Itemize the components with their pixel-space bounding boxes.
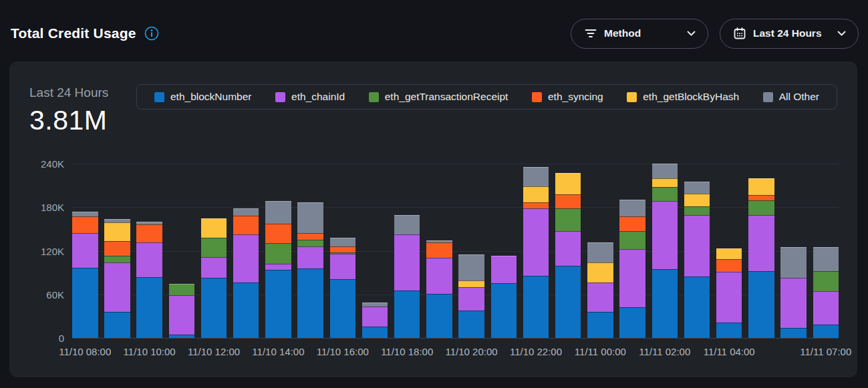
bar-11-10-21-00[interactable] bbox=[491, 164, 517, 338]
bar-11-11-01-00[interactable] bbox=[619, 164, 645, 338]
bar-11-10-17-00[interactable] bbox=[362, 164, 388, 338]
chart-legend: eth_blockNumbereth_chainIdeth_getTransac… bbox=[136, 84, 837, 110]
legend-label: eth_getTransactionReceipt bbox=[385, 91, 509, 103]
segment-eth_syncing bbox=[104, 241, 130, 256]
time-dropdown-label: Last 24 Hours bbox=[753, 27, 822, 39]
segment-eth_chainid bbox=[491, 256, 517, 283]
legend-label: All Other bbox=[779, 91, 819, 103]
segment-eth_syncing bbox=[523, 202, 549, 209]
segment-eth_syncing bbox=[297, 233, 323, 240]
segment-all-other bbox=[587, 242, 613, 262]
method-filter-dropdown[interactable]: Method bbox=[571, 19, 708, 49]
y-axis-tick-label: 180K bbox=[24, 202, 64, 213]
segment-eth_blocknumber bbox=[748, 271, 774, 338]
segment-eth_gettransactionreceipt bbox=[104, 256, 130, 262]
bar-11-10-10-00[interactable] bbox=[136, 164, 162, 338]
segment-eth_chainid bbox=[652, 201, 678, 269]
segment-eth_chainid bbox=[426, 258, 452, 293]
segment-eth_gettransactionreceipt bbox=[169, 284, 195, 295]
bar-11-11-03-00[interactable] bbox=[684, 164, 710, 338]
segment-eth_chainid bbox=[104, 262, 130, 312]
segment-eth_chainid bbox=[458, 287, 484, 311]
segment-eth_gettransactionreceipt bbox=[813, 271, 839, 291]
bar-11-10-22-00[interactable] bbox=[523, 164, 549, 338]
legend-item-eth_syncing[interactable]: eth_syncing bbox=[532, 91, 603, 103]
x-axis-tick-label: 11/11 04:00 bbox=[704, 346, 755, 357]
y-axis-tick-label: 240K bbox=[24, 159, 64, 170]
segment-all-other bbox=[233, 208, 259, 216]
legend-item-eth_blocknumber[interactable]: eth_blockNumber bbox=[154, 91, 251, 103]
segment-eth_chainid bbox=[265, 264, 291, 270]
bar-11-11-00-00[interactable] bbox=[587, 164, 613, 338]
segment-eth_chainid bbox=[523, 208, 549, 275]
x-axis-tick-label: 11/10 22:00 bbox=[510, 346, 562, 357]
segment-all-other bbox=[458, 254, 484, 280]
segment-eth_blocknumber bbox=[233, 282, 259, 338]
bar-11-10-16-00[interactable] bbox=[330, 164, 356, 338]
chart-card: Last 24 Hours 3.81M eth_blockNumbereth_c… bbox=[9, 61, 857, 377]
segment-eth_syncing bbox=[426, 242, 452, 258]
x-axis-tick-label: 11/11 00:00 bbox=[575, 346, 626, 357]
bar-11-11-02-00[interactable] bbox=[652, 164, 678, 338]
bar-11-10-19-00[interactable] bbox=[426, 164, 452, 338]
segment-eth_blocknumber bbox=[458, 311, 484, 338]
segment-eth_blocknumber bbox=[555, 266, 581, 338]
segment-eth_getblockbyhash bbox=[684, 194, 710, 207]
segment-eth_chainid bbox=[297, 246, 323, 268]
bar-11-10-12-00[interactable] bbox=[201, 164, 227, 338]
bar-11-11-06-00[interactable] bbox=[780, 164, 807, 338]
segment-eth_blocknumber bbox=[330, 279, 356, 338]
time-range-dropdown[interactable]: Last 24 Hours bbox=[720, 19, 859, 49]
header-controls: Method bbox=[571, 19, 859, 49]
x-axis-tick-label: 11/10 10:00 bbox=[124, 346, 176, 357]
segment-eth_syncing bbox=[619, 216, 645, 231]
segment-all-other bbox=[780, 247, 807, 278]
bar-11-10-11-00[interactable] bbox=[169, 164, 195, 338]
legend-item-all-other[interactable]: All Other bbox=[763, 91, 819, 103]
segment-all-other bbox=[684, 182, 710, 193]
segment-eth_blocknumber bbox=[394, 290, 420, 338]
bar-11-10-18-00[interactable] bbox=[394, 164, 420, 338]
bar-11-10-14-00[interactable] bbox=[265, 164, 291, 338]
bar-11-11-04-00[interactable] bbox=[716, 164, 742, 338]
segment-eth_chainid bbox=[748, 215, 774, 271]
segment-eth_syncing bbox=[233, 216, 259, 234]
bar-11-11-07-00[interactable] bbox=[813, 164, 839, 338]
segment-eth_chainid bbox=[555, 231, 581, 266]
segment-eth_blocknumber bbox=[426, 294, 452, 338]
segment-all-other bbox=[619, 200, 645, 216]
segment-eth_chainid bbox=[813, 291, 839, 325]
bar-11-10-13-00[interactable] bbox=[233, 164, 259, 338]
legend-swatch bbox=[763, 92, 773, 102]
segment-eth_syncing bbox=[716, 259, 742, 272]
legend-label: eth_getBlockByHash bbox=[643, 91, 739, 103]
segment-eth_blocknumber bbox=[619, 307, 645, 338]
legend-label: eth_blockNumber bbox=[170, 91, 251, 103]
segment-all-other bbox=[72, 212, 98, 217]
segment-eth_gettransactionreceipt bbox=[201, 238, 227, 257]
legend-item-eth_getblockbyhash[interactable]: eth_getBlockByHash bbox=[627, 91, 739, 103]
segment-eth_blocknumber bbox=[716, 323, 742, 338]
segment-eth_syncing bbox=[555, 194, 581, 209]
y-axis-tick-label: 120K bbox=[24, 246, 64, 257]
x-axis-tick-label: 11/11 07:00 bbox=[800, 346, 851, 357]
legend-label: eth_chainId bbox=[291, 91, 345, 103]
bar-11-10-20-00[interactable] bbox=[458, 164, 484, 338]
bar-11-10-23-00[interactable] bbox=[555, 164, 581, 338]
segment-eth_blocknumber bbox=[297, 268, 323, 338]
bar-11-10-15-00[interactable] bbox=[297, 164, 323, 338]
legend-item-eth_gettransactionreceipt[interactable]: eth_getTransactionReceipt bbox=[369, 91, 509, 103]
legend-swatch bbox=[154, 92, 164, 102]
info-icon[interactable] bbox=[144, 26, 159, 41]
bar-11-10-09-00[interactable] bbox=[104, 164, 130, 338]
segment-eth_gettransactionreceipt bbox=[619, 231, 645, 249]
x-axis-tick-label: 11/11 02:00 bbox=[639, 346, 690, 357]
legend-item-eth_chainid[interactable]: eth_chainId bbox=[275, 91, 345, 103]
segment-eth_gettransactionreceipt bbox=[748, 200, 774, 215]
segment-eth_syncing bbox=[748, 195, 774, 201]
bar-11-10-08-00[interactable] bbox=[72, 164, 98, 338]
segment-eth_getblockbyhash bbox=[555, 173, 581, 194]
segment-eth_blocknumber bbox=[265, 270, 291, 338]
segment-eth_chainid bbox=[587, 282, 613, 312]
bar-11-11-05-00[interactable] bbox=[748, 164, 774, 338]
